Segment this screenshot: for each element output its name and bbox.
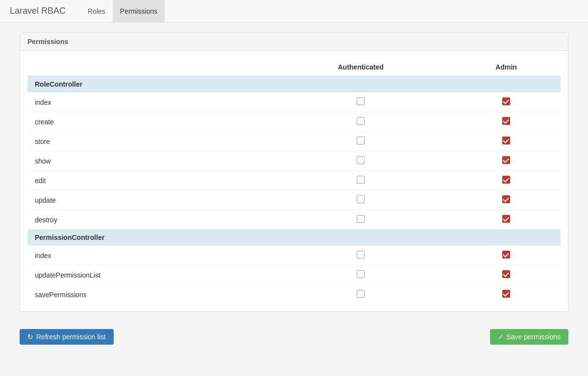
table-row: destroy bbox=[27, 210, 561, 230]
admin-checkbox[interactable] bbox=[502, 270, 510, 278]
authenticated-checkbox[interactable] bbox=[357, 290, 365, 298]
permissions-panel: Permissions Authenticated Admin RoleCont… bbox=[20, 32, 568, 312]
authenticated-checkbox[interactable] bbox=[357, 251, 365, 258]
table-row: edit bbox=[27, 171, 561, 190]
action-name: update bbox=[27, 190, 270, 210]
admin-checkbox-cell bbox=[452, 112, 561, 132]
tab-roles[interactable]: Roles bbox=[80, 0, 113, 22]
action-name: savePermissions bbox=[27, 285, 270, 305]
table-row: update bbox=[27, 190, 561, 210]
admin-checkbox[interactable] bbox=[502, 176, 510, 184]
admin-checkbox-cell bbox=[452, 285, 561, 305]
authenticated-checkbox-cell bbox=[270, 265, 452, 285]
save-button-label: Save permissions bbox=[507, 333, 561, 341]
admin-checkbox-cell bbox=[452, 93, 561, 112]
authenticated-checkbox[interactable] bbox=[357, 176, 365, 184]
authenticated-checkbox-cell bbox=[270, 246, 452, 265]
table-row: index bbox=[27, 93, 561, 112]
admin-checkbox-cell bbox=[452, 210, 561, 230]
admin-checkbox-cell bbox=[452, 246, 561, 265]
authenticated-checkbox[interactable] bbox=[357, 97, 365, 105]
action-name: create bbox=[27, 112, 270, 132]
authenticated-checkbox-cell bbox=[270, 210, 452, 230]
panel-body: Authenticated Admin RoleControllerindexc… bbox=[20, 51, 568, 311]
admin-checkbox-cell bbox=[452, 151, 561, 171]
authenticated-checkbox-cell bbox=[270, 93, 452, 112]
action-name: destroy bbox=[27, 210, 270, 230]
group-header-row: RoleController bbox=[27, 76, 561, 93]
authenticated-checkbox-cell bbox=[270, 171, 452, 190]
action-name: store bbox=[27, 132, 270, 151]
admin-checkbox[interactable] bbox=[502, 195, 510, 203]
authenticated-checkbox-cell bbox=[270, 151, 452, 171]
footer-bar: ↻ Refresh permission list ✓ Save permiss… bbox=[20, 322, 568, 352]
authenticated-checkbox[interactable] bbox=[357, 270, 365, 278]
brand[interactable]: Laravel RBAC bbox=[10, 6, 66, 16]
action-name: updatePermissionList bbox=[27, 265, 270, 285]
admin-checkbox[interactable] bbox=[502, 156, 510, 164]
admin-checkbox[interactable] bbox=[502, 215, 510, 223]
navbar: Laravel RBAC Roles Permissions bbox=[0, 0, 588, 23]
authenticated-checkbox-cell bbox=[270, 190, 452, 210]
save-permissions-button[interactable]: ✓ Save permissions bbox=[490, 329, 569, 345]
main-content: Permissions Authenticated Admin RoleCont… bbox=[10, 23, 578, 362]
action-name: index bbox=[27, 93, 270, 112]
col-header-authenticated: Authenticated bbox=[270, 58, 452, 76]
authenticated-checkbox[interactable] bbox=[357, 156, 365, 164]
table-row: index bbox=[27, 246, 561, 265]
authenticated-checkbox-cell bbox=[270, 112, 452, 132]
authenticated-checkbox[interactable] bbox=[357, 137, 365, 144]
action-name: show bbox=[27, 151, 270, 171]
action-name: index bbox=[27, 246, 270, 265]
group-header-row: PermissionController bbox=[27, 230, 561, 246]
col-header-admin: Admin bbox=[452, 58, 561, 76]
panel-heading: Permissions bbox=[20, 33, 568, 51]
nav-tabs: Roles Permissions bbox=[80, 0, 165, 22]
authenticated-checkbox-cell bbox=[270, 132, 452, 151]
refresh-icon: ↻ bbox=[27, 333, 33, 341]
table-row: show bbox=[27, 151, 561, 171]
authenticated-checkbox[interactable] bbox=[357, 215, 365, 223]
authenticated-checkbox-cell bbox=[270, 285, 452, 305]
admin-checkbox[interactable] bbox=[502, 97, 510, 105]
admin-checkbox[interactable] bbox=[502, 251, 510, 258]
save-icon: ✓ bbox=[498, 333, 504, 341]
admin-checkbox-cell bbox=[452, 132, 561, 151]
authenticated-checkbox[interactable] bbox=[357, 117, 365, 125]
table-row: updatePermissionList bbox=[27, 265, 561, 285]
admin-checkbox[interactable] bbox=[502, 290, 510, 298]
admin-checkbox-cell bbox=[452, 265, 561, 285]
refresh-button-label: Refresh permission list bbox=[36, 333, 106, 341]
table-row: store bbox=[27, 132, 561, 151]
admin-checkbox-cell bbox=[452, 171, 561, 190]
table-row: create bbox=[27, 112, 561, 132]
tab-permissions[interactable]: Permissions bbox=[113, 0, 165, 22]
action-name: edit bbox=[27, 171, 270, 190]
admin-checkbox[interactable] bbox=[502, 117, 510, 125]
group-name: RoleController bbox=[27, 76, 561, 93]
col-header-name bbox=[27, 58, 270, 76]
permissions-table: Authenticated Admin RoleControllerindexc… bbox=[27, 58, 561, 304]
authenticated-checkbox[interactable] bbox=[357, 195, 365, 203]
admin-checkbox-cell bbox=[452, 190, 561, 210]
table-row: savePermissions bbox=[27, 285, 561, 305]
admin-checkbox[interactable] bbox=[502, 137, 510, 144]
group-name: PermissionController bbox=[27, 230, 561, 246]
refresh-permission-list-button[interactable]: ↻ Refresh permission list bbox=[20, 329, 114, 345]
